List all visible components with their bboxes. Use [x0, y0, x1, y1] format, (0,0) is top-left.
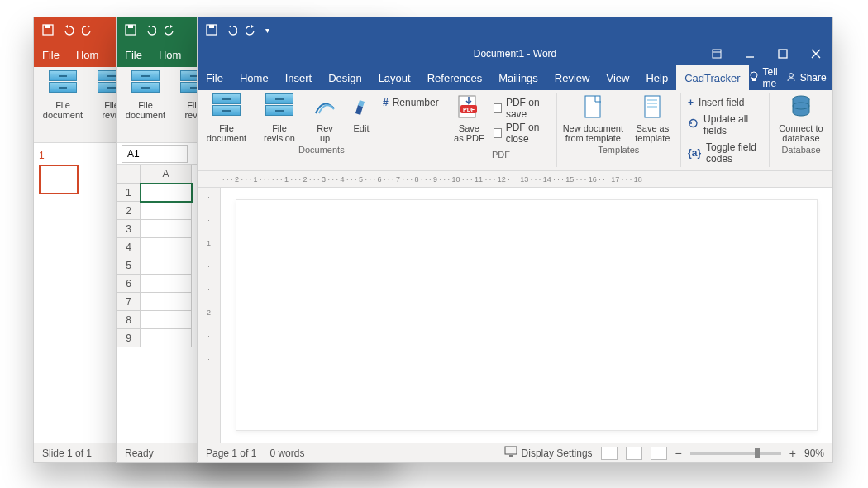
zoom-in-icon[interactable]: + — [789, 447, 796, 460]
svg-text:PDF: PDF — [463, 107, 475, 112]
svg-rect-5 — [209, 25, 214, 28]
file-document-button[interactable]: File document — [203, 93, 250, 143]
document-icon — [579, 93, 607, 122]
xl-cell[interactable] — [141, 202, 192, 220]
save-as-template-button[interactable]: Save as template — [629, 93, 675, 143]
xl-row-header[interactable]: 2 — [117, 202, 141, 220]
update-all-fields-button[interactable]: Update all fields — [688, 113, 762, 136]
status-page[interactable]: Page 1 of 1 — [206, 447, 256, 459]
pp-file-document-button[interactable]: File document — [39, 70, 87, 120]
undo-icon[interactable] — [145, 24, 156, 36]
wd-tab-design[interactable]: Design — [320, 65, 370, 90]
read-mode-icon[interactable] — [601, 447, 618, 460]
xl-cell-a1[interactable] — [141, 184, 192, 202]
xl-row-header[interactable]: 3 — [117, 220, 141, 238]
close-icon[interactable] — [799, 42, 832, 65]
web-layout-icon[interactable] — [651, 447, 667, 460]
minimize-icon[interactable] — [733, 42, 766, 65]
edit-button[interactable]: Edit — [346, 93, 376, 133]
xl-name-box[interactable]: A1 — [122, 145, 188, 163]
wd-horizontal-ruler[interactable]: · · · 2 · · · 1 · · · · · · 1 · · · 2 · … — [198, 171, 832, 188]
save-as-pdf-button[interactable]: PDF Save as PDF — [451, 93, 487, 143]
wd-vertical-ruler[interactable]: · · 1 · · 2 · · — [198, 188, 221, 443]
xl-file-document-button[interactable]: File document — [122, 70, 169, 120]
wd-tab-insert[interactable]: Insert — [277, 65, 321, 90]
status-words[interactable]: 0 words — [269, 447, 304, 459]
svg-rect-1 — [45, 25, 50, 28]
xl-row-header[interactable]: 6 — [117, 275, 141, 293]
zoom-knob-icon[interactable] — [755, 448, 760, 458]
xl-cell[interactable] — [141, 256, 192, 275]
xl-tab-home[interactable]: Hom — [150, 42, 189, 67]
wd-tab-cadtracker[interactable]: CadTracker — [676, 65, 748, 90]
grp-database: Connect to database Database — [770, 90, 832, 170]
xl-row-header[interactable]: 7 — [117, 293, 141, 311]
wd-tab-file[interactable]: File — [198, 65, 231, 90]
xl-cell[interactable] — [141, 311, 192, 329]
wd-tab-view[interactable]: View — [598, 65, 637, 90]
pp-tab-home[interactable]: Hom — [68, 42, 107, 67]
wd-tab-mailings[interactable]: Mailings — [490, 65, 546, 90]
share-button[interactable]: Share — [786, 72, 827, 84]
rev-up-button[interactable]: Rev up — [308, 93, 341, 143]
xl-row-header[interactable]: 1 — [117, 184, 141, 202]
text-cursor-icon — [336, 245, 336, 260]
zoom-level[interactable]: 90% — [804, 447, 824, 459]
qat-dropdown-icon[interactable]: ▾ — [265, 26, 269, 35]
pp-slide-thumbnail[interactable] — [39, 165, 79, 194]
wd-tab-references[interactable]: References — [419, 65, 490, 90]
wd-page[interactable] — [236, 199, 818, 431]
person-icon — [786, 72, 796, 84]
redo-icon[interactable] — [82, 24, 93, 36]
wd-tab-home[interactable]: Home — [231, 65, 277, 90]
svg-rect-7 — [779, 50, 787, 58]
wd-tab-help[interactable]: Help — [637, 65, 676, 90]
wd-ribbon: File document File revision Rev up Edit — [198, 90, 832, 171]
xl-row-header[interactable]: 5 — [117, 256, 141, 275]
zoom-slider[interactable] — [690, 452, 781, 455]
tell-me-button[interactable]: Tell me — [749, 66, 778, 89]
refresh-icon — [688, 118, 699, 132]
xl-cell[interactable] — [141, 275, 192, 293]
word-window: ▾ Document1 - Word File Home Insert Desi… — [197, 17, 833, 463]
xl-cell[interactable] — [141, 329, 192, 347]
print-layout-icon[interactable] — [626, 447, 642, 460]
svg-rect-13 — [585, 96, 600, 117]
redo-icon[interactable] — [165, 24, 176, 36]
save-icon[interactable] — [206, 24, 217, 36]
pp-slide-number: 1 — [39, 150, 45, 161]
plus-icon: + — [688, 97, 694, 108]
display-settings-button[interactable]: Display Settings — [504, 446, 593, 460]
pdf-on-close-checkbox[interactable]: PDF on close — [494, 122, 549, 145]
redo-icon[interactable] — [246, 24, 257, 36]
maximize-icon[interactable] — [766, 42, 799, 65]
wd-tab-review[interactable]: Review — [546, 65, 599, 90]
xl-cell[interactable] — [141, 220, 192, 238]
ribbon-options-icon[interactable] — [700, 42, 733, 65]
new-from-template-button[interactable]: New document from template — [561, 93, 624, 143]
insert-field-button[interactable]: +Insert field — [688, 97, 762, 108]
wd-tab-layout[interactable]: Layout — [370, 65, 419, 90]
save-icon[interactable] — [42, 24, 54, 36]
file-revision-button[interactable]: File revision — [255, 93, 303, 143]
save-icon[interactable] — [125, 24, 136, 36]
xl-grid[interactable]: A 1 2 3 4 5 6 7 8 9 — [117, 165, 193, 347]
connect-to-database-button[interactable]: Connect to database — [775, 93, 827, 143]
xl-cell[interactable] — [141, 293, 192, 311]
zoom-out-icon[interactable]: − — [675, 447, 682, 460]
xl-row-header[interactable]: 4 — [117, 238, 141, 256]
xl-row-header[interactable]: 9 — [117, 329, 141, 347]
xl-cell[interactable] — [141, 238, 192, 256]
pp-tab-file[interactable]: File — [34, 42, 68, 67]
xl-tab-file[interactable]: File — [117, 42, 150, 67]
rev-up-icon — [311, 93, 339, 122]
xl-col-header[interactable]: A — [141, 165, 192, 184]
xl-row-header[interactable]: 8 — [117, 311, 141, 329]
renumber-button[interactable]: # Renumber — [381, 93, 441, 112]
toggle-field-codes-button[interactable]: {a}Toggle field codes — [688, 141, 762, 165]
pdf-on-save-checkbox[interactable]: PDF on save — [494, 97, 549, 120]
database-icon — [787, 93, 815, 122]
monitor-icon — [504, 446, 517, 460]
undo-icon[interactable] — [226, 24, 237, 36]
undo-icon[interactable] — [62, 24, 74, 36]
